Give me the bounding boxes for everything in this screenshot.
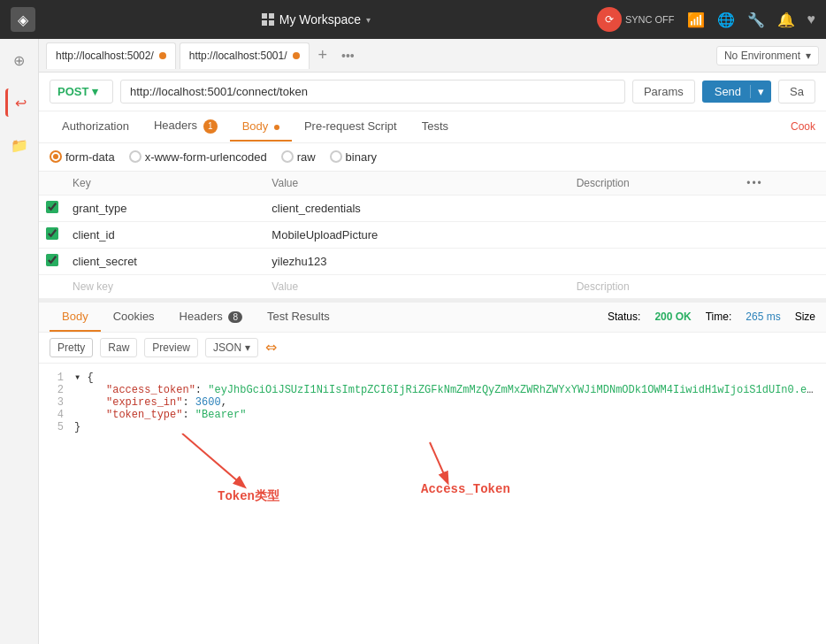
headers-badge: 1	[203, 119, 218, 134]
url-input[interactable]	[120, 80, 625, 104]
tab-2-dot	[293, 52, 300, 59]
row-2-value[interactable]: MobileUploadPicture	[264, 221, 569, 248]
format-select[interactable]: JSON ▾	[205, 338, 258, 357]
cookies-link[interactable]: Cook	[791, 120, 815, 133]
tabs-bar: http://localhost:5002/ http://localhost:…	[39, 39, 826, 73]
save-button[interactable]: Sa	[778, 80, 815, 104]
sidebar-icon-new[interactable]: ⊕	[5, 46, 34, 74]
chevron-down-icon: ▾	[366, 15, 371, 25]
body-dot	[274, 125, 279, 130]
tab-more-button[interactable]: •••	[336, 49, 360, 63]
pretty-button[interactable]: Pretty	[50, 338, 93, 357]
sync-button[interactable]: ⟳ SYNC OFF	[597, 7, 675, 32]
time-label: Time:	[706, 310, 732, 323]
sync-status-icon: ⟳	[597, 7, 622, 32]
new-row: New key Value Description	[39, 274, 826, 298]
svg-line-0	[182, 433, 244, 487]
table-row: client_id MobileUploadPicture	[39, 221, 826, 248]
body-type-row: form-data x-www-form-urlencoded raw bina…	[39, 143, 826, 172]
preview-button[interactable]: Preview	[144, 338, 198, 357]
method-chevron-icon: ▾	[92, 85, 98, 98]
radio-form-data[interactable]: form-data	[50, 150, 115, 164]
col-value: Value	[264, 172, 569, 196]
status-label: Status:	[608, 310, 640, 323]
tab-pre-request[interactable]: Pre-request Script	[292, 112, 409, 142]
token-type-annotation: Token类型	[218, 488, 279, 504]
annotation-arrows	[50, 433, 536, 531]
content-area: http://localhost:5002/ http://localhost:…	[39, 39, 826, 644]
json-line-3: 3 "expires_in": 3600,	[50, 396, 815, 409]
json-output[interactable]: 1▾ { 2 "access_token": "eyJhbGciOiJSUzI1…	[39, 364, 826, 645]
workspace-grid-icon	[262, 13, 274, 26]
wrench-icon[interactable]: 🔧	[747, 12, 765, 28]
radio-dot-binary	[330, 150, 342, 163]
svg-line-1	[430, 442, 447, 482]
params-table: Key Value Description ••• grant_type cli…	[39, 172, 826, 299]
signal-icon[interactable]: 📶	[687, 12, 705, 28]
new-desc-placeholder[interactable]: Description	[570, 274, 740, 298]
row-1-checkbox[interactable]	[46, 201, 58, 213]
radio-urlencoded[interactable]: x-www-form-urlencoded	[129, 150, 267, 164]
raw-button[interactable]: Raw	[100, 338, 137, 357]
new-value-placeholder[interactable]: Value	[264, 274, 569, 298]
resp-tab-body[interactable]: Body	[50, 303, 101, 332]
bell-icon[interactable]: 🔔	[777, 12, 795, 28]
row-1-value[interactable]: client_credentials	[264, 195, 569, 221]
send-button[interactable]: Send ▾	[702, 80, 771, 103]
tab-headers[interactable]: Headers 1	[141, 111, 230, 142]
col-more: •••	[739, 172, 826, 196]
json-line-1: 1▾ {	[50, 371, 815, 384]
format-label: JSON	[213, 341, 241, 354]
radio-binary[interactable]: binary	[330, 150, 377, 164]
req-tabs: Authorization Headers 1 Body Pre-request…	[39, 111, 826, 143]
params-button[interactable]: Params	[632, 80, 695, 104]
row-3-key[interactable]: client_secret	[65, 248, 264, 274]
json-line-4: 4 "token_type": "Bearer"	[50, 409, 815, 421]
annotations: Token类型 Access_Token	[50, 433, 815, 540]
radio-dot-urlencoded	[129, 150, 141, 163]
row-3-description	[570, 248, 740, 274]
format-chevron-icon: ▾	[245, 341, 250, 354]
method-label: POST	[57, 85, 88, 98]
row-2-checkbox[interactable]	[46, 227, 58, 240]
tab-authorization[interactable]: Authorization	[50, 112, 141, 142]
row-2-description	[570, 221, 740, 248]
app-logo[interactable]: ◈	[11, 7, 35, 32]
sidebar-icon-history[interactable]: ↩	[5, 88, 34, 117]
row-1-description	[570, 195, 740, 221]
sidebar-icon-collections[interactable]: 📁	[5, 131, 34, 159]
resp-toolbar: Pretty Raw Preview JSON ▾ ⇔	[39, 333, 826, 364]
tab-add-button[interactable]: +	[313, 46, 333, 65]
new-key-placeholder[interactable]: New key	[65, 274, 264, 298]
wrap-icon[interactable]: ⇔	[265, 339, 277, 356]
resp-tab-test-results[interactable]: Test Results	[255, 303, 342, 332]
send-label: Send	[715, 85, 750, 98]
tab-item-1[interactable]: http://localhost:5002/	[46, 42, 176, 69]
send-chevron-icon[interactable]: ▾	[750, 85, 771, 98]
tab-1-dot	[159, 52, 166, 59]
row-2-key[interactable]: client_id	[65, 221, 264, 248]
tab-tests[interactable]: Tests	[409, 112, 461, 142]
tab-body[interactable]: Body	[230, 112, 292, 142]
environment-label: No Environment	[724, 50, 800, 62]
environment-select[interactable]: No Environment ▾	[716, 46, 819, 65]
status-value: 200 OK	[654, 310, 691, 323]
resp-tabs-bar: Body Cookies Headers 8 Test Results Stat…	[39, 301, 826, 333]
row-3-value[interactable]: yilezhu123	[264, 248, 569, 274]
main-layout: ⊕ ↩ 📁 http://localhost:5002/ http://loca…	[0, 39, 826, 644]
sync-label: SYNC OFF	[625, 14, 675, 25]
resp-tab-cookies[interactable]: Cookies	[101, 303, 167, 332]
row-1-key[interactable]: grant_type	[65, 195, 264, 221]
request-bar: POST ▾ Params Send ▾ Sa	[39, 73, 826, 111]
workspace-selector[interactable]: My Workspace ▾	[46, 12, 586, 27]
response-status: Status: 200 OK Time: 265 ms Size	[608, 310, 815, 323]
globe-icon[interactable]: 🌐	[717, 12, 735, 28]
radio-raw[interactable]: raw	[281, 150, 316, 164]
method-select[interactable]: POST ▾	[50, 80, 113, 104]
resp-headers-badge: 8	[228, 311, 242, 323]
heart-icon[interactable]: ♥	[807, 12, 816, 27]
json-line-5: 5}	[50, 421, 815, 433]
resp-tab-headers[interactable]: Headers 8	[167, 303, 255, 332]
tab-item-2[interactable]: http://localhost:5001/	[180, 42, 310, 69]
row-3-checkbox[interactable]	[46, 254, 58, 266]
